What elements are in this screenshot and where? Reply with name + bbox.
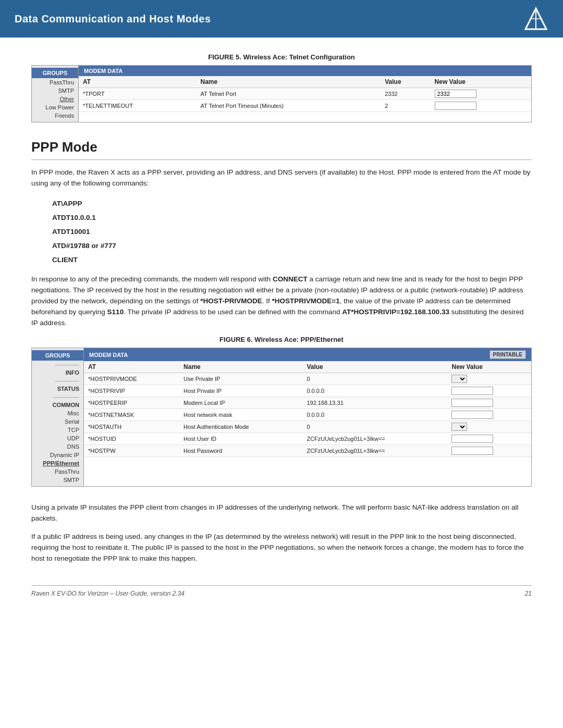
figure2-groups-header: GROUPS xyxy=(32,350,83,361)
sidebar-item-udp[interactable]: UDP xyxy=(32,434,83,442)
table-row: *TPORT AT Telnet Port 2332 xyxy=(79,88,531,100)
sidebar-item-dynamicip[interactable]: Dynamic IP xyxy=(32,451,83,459)
cell-newvalue[interactable] xyxy=(431,100,531,112)
figure2-modem-label: MODEM DATA xyxy=(89,352,128,358)
newvalue-input[interactable] xyxy=(435,102,476,110)
cell-at: *HOSTPW xyxy=(84,445,179,457)
cell-name: AT Telnet Port xyxy=(197,88,381,100)
printable-button[interactable]: PRINTABLE xyxy=(489,350,526,359)
logo-icon xyxy=(523,6,548,31)
sidebar-item-misc[interactable]: Misc xyxy=(32,409,83,417)
command-item: ATDT10.0.0.1 xyxy=(52,211,532,225)
cell-newvalue[interactable] xyxy=(447,421,531,433)
sidebar-sep: -------------- xyxy=(32,377,83,385)
command-list: AT\APPP ATDT10.0.0.1 ATDT10001 ATD#19788… xyxy=(52,196,532,267)
command-item: ATD#19788 or #777 xyxy=(52,239,532,253)
footer: Raven X EV-DO for Verizon – User Guide, … xyxy=(31,585,532,597)
cell-value: 0.0.0.0 xyxy=(302,385,447,397)
sidebar-item-info[interactable]: INFO xyxy=(32,368,83,377)
figure1-sidebar: GROUPS PassThru SMTP Other Low Power Fri… xyxy=(32,66,79,122)
cell-value: 0 xyxy=(302,421,447,433)
cell-at: *HOSTPRIVIP xyxy=(84,385,179,397)
sidebar-item-passthru2[interactable]: PassThru xyxy=(32,467,83,476)
sidebar-item-common[interactable]: COMMON xyxy=(32,401,83,409)
newvalue-input[interactable] xyxy=(435,90,476,98)
col-name: Name xyxy=(179,361,302,373)
sidebar-item-other[interactable]: Other xyxy=(32,95,78,103)
cell-name: Host network mask xyxy=(179,409,302,421)
cell-at: *HOSTAUTH xyxy=(84,421,179,433)
cell-newvalue[interactable] xyxy=(447,409,531,421)
command-item: AT\APPP xyxy=(52,196,532,211)
cell-at: *HOSTPRIVMODE xyxy=(84,373,179,385)
para3: Using a private IP insulates the PPP cli… xyxy=(31,502,532,524)
sidebar-item-smtp: SMTP xyxy=(32,87,78,95)
cell-newvalue[interactable] xyxy=(447,373,531,385)
cell-name: AT Telnet Port Timeout (Minutes) xyxy=(197,100,381,112)
sidebar-item-dns[interactable]: DNS xyxy=(32,442,83,451)
page-title: Data Communication and Host Modes xyxy=(15,13,211,25)
command-item: ATDT10001 xyxy=(52,225,532,239)
figure1-groups-header: GROUPS xyxy=(32,68,78,78)
sidebar-item-ppp-ethernet[interactable]: PPP/Ethernet xyxy=(32,459,83,467)
table-row: *HOSTPRIVMODE Use Private IP 0 xyxy=(84,373,531,385)
cell-newvalue[interactable] xyxy=(447,397,531,409)
col-value: Value xyxy=(381,76,430,88)
table-row: *HOSTUID Host User ID ZCFzUUeLycb2ug01L+… xyxy=(84,433,531,445)
col-at: AT xyxy=(84,361,179,373)
cell-value: ZCFzUUeLycb2ug01L+3Ikw== xyxy=(302,445,447,457)
figure1-table: GROUPS PassThru SMTP Other Low Power Fri… xyxy=(31,65,532,122)
sidebar-item-smtp2[interactable]: SMTP xyxy=(32,476,83,484)
cell-at: *TPORT xyxy=(79,88,197,100)
newvalue-input[interactable] xyxy=(451,435,493,443)
figure2-modem-header: MODEM DATA PRINTABLE xyxy=(84,348,531,361)
section-para2: In response to any of the preceding comm… xyxy=(31,274,532,329)
col-newvalue: New Value xyxy=(447,361,531,373)
cell-value: 0 xyxy=(302,373,447,385)
sidebar-item-passthru: PassThru xyxy=(32,78,78,87)
cell-value: 0.0.0.0 xyxy=(302,409,447,421)
table-row: *HOSTPW Host Password ZCFzUUeLycb2ug01L+… xyxy=(84,445,531,457)
newvalue-input[interactable] xyxy=(451,447,493,455)
cell-name: Host Private IP xyxy=(179,385,302,397)
newvalue-input[interactable] xyxy=(451,387,493,395)
sidebar-item-lowpower: Low Power xyxy=(32,103,78,112)
col-at: AT xyxy=(79,76,197,88)
cell-name: Use Private IP xyxy=(179,373,302,385)
sidebar-item-status[interactable]: STATUS xyxy=(32,385,83,393)
cell-value: ZCFzUUeLycb2ug01L+3Ikw== xyxy=(302,433,447,445)
figure2-data-table: AT Name Value New Value *HOSTPRIVMODE Us… xyxy=(84,361,531,457)
newvalue-select[interactable] xyxy=(451,423,467,431)
cell-at: *TELNETTIMEOUT xyxy=(79,100,197,112)
cell-newvalue[interactable] xyxy=(447,445,531,457)
cell-name: Host User ID xyxy=(179,433,302,445)
table-row: *HOSTPEERIP Modem Local IP 192.168.13.31 xyxy=(84,397,531,409)
cell-name: Host Password xyxy=(179,445,302,457)
figure1-data-table: AT Name Value New Value *TPORT AT Telnet… xyxy=(79,76,531,112)
cell-newvalue[interactable] xyxy=(431,88,531,100)
cell-newvalue[interactable] xyxy=(447,433,531,445)
col-name: Name xyxy=(197,76,381,88)
main-content: FIGURE 5. Wireless Ace: Telnet Configura… xyxy=(0,38,563,628)
newvalue-input[interactable] xyxy=(451,399,493,407)
cell-at: *HOSTUID xyxy=(84,433,179,445)
cell-value: 192.168.13.31 xyxy=(302,397,447,409)
figure1-modem-label: MODEM DATA xyxy=(84,68,123,74)
section-heading-ppp: PPP Mode xyxy=(31,139,532,160)
cell-newvalue[interactable] xyxy=(447,385,531,397)
figure1-modem-header: MODEM DATA xyxy=(79,66,531,76)
figure2-data-col: MODEM DATA PRINTABLE AT Name Value New V… xyxy=(84,348,531,486)
header-bar: Data Communication and Host Modes xyxy=(0,0,563,38)
cell-name: Host Authentication Mode xyxy=(179,421,302,433)
newvalue-input[interactable] xyxy=(451,411,493,419)
footer-doc-title: Raven X EV-DO for Verizon – User Guide, … xyxy=(31,590,185,597)
sidebar-item-serial[interactable]: Serial xyxy=(32,417,83,426)
newvalue-select[interactable] xyxy=(451,375,467,383)
table-row: *HOSTPRIVIP Host Private IP 0.0.0.0 xyxy=(84,385,531,397)
cell-name: Modem Local IP xyxy=(179,397,302,409)
figure1-caption: FIGURE 5. Wireless Ace: Telnet Configura… xyxy=(31,53,532,61)
sidebar-item-tcp[interactable]: TCP xyxy=(32,426,83,434)
sidebar-sep: -------------- xyxy=(32,361,83,368)
col-newvalue: New Value xyxy=(431,76,531,88)
col-value: Value xyxy=(302,361,447,373)
